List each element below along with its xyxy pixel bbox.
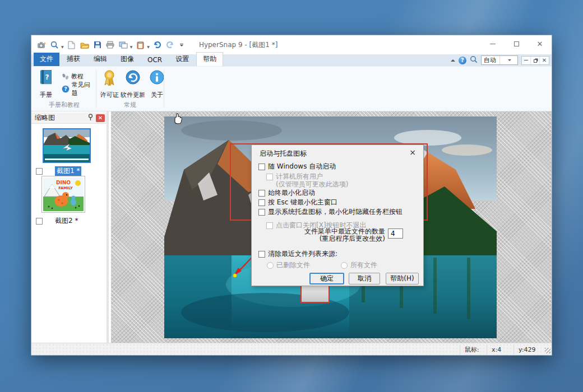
- tab-ocr[interactable]: OCR: [141, 54, 168, 66]
- quick-access-toolbar: ▼ ▼ ▼: [36, 39, 184, 50]
- image-canvas[interactable]: 启动与托盘图标 × 随 Windows 自动启动 计算机所有用户 (仅管理员可更…: [111, 111, 552, 344]
- mdi-close-button[interactable]: ✕: [540, 57, 549, 64]
- window-title: HyperSnap 9 - [截图1 *]: [199, 40, 277, 50]
- ribbon-group-general: 许可证 软件更新 关于 常规: [97, 67, 163, 110]
- checkbox-box[interactable]: [258, 190, 265, 197]
- mdi-restore-button[interactable]: [531, 57, 540, 64]
- mouse-y-value: y:429: [513, 344, 543, 354]
- new-file-button[interactable]: [66, 39, 77, 50]
- thumbnail-1-label[interactable]: 截图1 *: [55, 166, 81, 176]
- capture-mode-dropdown[interactable]: 自动: [481, 55, 518, 65]
- manual-button[interactable]: ? 手册: [34, 69, 58, 99]
- tab-edit[interactable]: 编辑: [87, 53, 113, 66]
- radio-all-files: 所有文件: [341, 260, 377, 270]
- panel-close-icon[interactable]: ✕: [96, 114, 105, 122]
- tutorial-button[interactable]: 教程: [62, 71, 84, 81]
- tab-image[interactable]: 图像: [114, 53, 140, 66]
- faq-button[interactable]: ? 常见问题: [62, 84, 96, 94]
- thumbnail-panel-header: 缩略图 ✕: [31, 113, 107, 124]
- checkbox-tray-icon[interactable]: 显示系统托盘图标，最小化时隐藏任务栏按钮: [258, 207, 402, 217]
- checkbox-box[interactable]: [258, 164, 265, 170]
- dialog-close-icon[interactable]: ×: [408, 147, 418, 157]
- search-icon[interactable]: [470, 55, 478, 66]
- dropdown-arrow-icon[interactable]: [499, 56, 518, 64]
- paste-button[interactable]: [135, 39, 146, 50]
- checkbox-esc-minimize[interactable]: 按 Esc 键最小化主窗口: [258, 198, 337, 207]
- close-button[interactable]: ✕: [528, 35, 552, 52]
- ok-button[interactable]: 确定: [309, 273, 344, 284]
- checkbox-clear-recent[interactable]: 清除最近文件列表来源:: [258, 249, 337, 259]
- mdi-window-controls: ✕: [521, 56, 549, 65]
- footprints-icon: [62, 73, 69, 80]
- group-separator: [96, 70, 96, 107]
- checkbox-box[interactable]: [258, 251, 265, 258]
- thumb2-text-dino: DINO: [56, 180, 71, 185]
- thumbnail-2-image[interactable]: DINO FAMILY: [41, 176, 85, 213]
- checkbox-start-minimized[interactable]: 始终最小化启动: [258, 188, 315, 198]
- capture-mode-value: 自动: [482, 56, 499, 64]
- mdi-minimize-button[interactable]: [522, 57, 531, 64]
- minimize-button[interactable]: [481, 35, 505, 52]
- ribbon-tab-bar: 文件 捕获 编辑 图像 OCR 设置 帮助 ? 自动 ✕: [31, 54, 552, 67]
- captured-gray-box: [300, 285, 330, 303]
- radio-circle: [341, 262, 348, 269]
- tab-capture[interactable]: 捕获: [61, 53, 86, 66]
- help-icon[interactable]: ?: [459, 57, 466, 64]
- recent-files-note: (重启程序后更改生效): [285, 235, 385, 242]
- window-capture-dropdown-arrow[interactable]: ▼: [130, 45, 133, 49]
- print-button[interactable]: [105, 39, 116, 50]
- hand-cursor-icon: [172, 113, 184, 126]
- checkbox-box[interactable]: [258, 209, 265, 216]
- undo-button[interactable]: [152, 39, 163, 50]
- tab-help[interactable]: 帮助: [196, 52, 223, 66]
- checkbox-label: 显示系统托盘图标，最小化时隐藏任务栏按钮: [268, 207, 402, 217]
- ribbon-help-panel: ? 手册 教程 ? 常见问题 手册和教程 许可证: [31, 67, 552, 111]
- thumbnail-2-row: 截图2 *: [36, 216, 78, 226]
- thumbnail-1-image[interactable]: [43, 128, 91, 163]
- radio-label: 已删除文件: [276, 260, 310, 270]
- group-label-general: 常规: [97, 101, 163, 109]
- open-file-button[interactable]: [79, 39, 90, 50]
- window-controls: ✕: [481, 35, 552, 52]
- thumbnail-2-label[interactable]: 截图2 *: [55, 216, 78, 226]
- titlebar: ▼ ▼ ▼: [31, 35, 552, 54]
- desktop-wallpaper: ▼ ▼ ▼: [0, 0, 583, 392]
- zoom-dropdown-arrow[interactable]: ▼: [61, 45, 64, 49]
- pin-icon[interactable]: [87, 113, 94, 123]
- checkbox-box[interactable]: [258, 199, 265, 206]
- svg-text:?: ?: [64, 86, 67, 92]
- resize-grip[interactable]: [545, 348, 550, 353]
- group-label-manual: 手册和教程: [33, 101, 96, 109]
- checkbox-autostart[interactable]: 随 Windows 自动启动: [258, 162, 336, 171]
- status-bar: 鼠标: x:4 y:429: [31, 343, 552, 355]
- save-button[interactable]: [92, 39, 103, 50]
- checkbox-box-disabled: [266, 174, 273, 180]
- help-button[interactable]: 帮助(H): [386, 273, 419, 284]
- recent-files-count-input[interactable]: [388, 228, 403, 239]
- thumbnail-panel-title: 缩略图: [35, 113, 87, 123]
- radio-circle: [267, 262, 274, 269]
- collapse-ribbon-icon[interactable]: [451, 59, 455, 62]
- radio-label: 所有文件: [350, 260, 377, 270]
- maximize-button[interactable]: [505, 35, 528, 52]
- dialog-title: 启动与托盘图标: [260, 149, 307, 158]
- thumbnail-panel: 缩略图 ✕: [31, 111, 109, 344]
- tab-settings[interactable]: 设置: [169, 53, 195, 66]
- medal-icon: [101, 69, 117, 87]
- svg-text:?: ?: [45, 73, 49, 81]
- thumbnail-2-checkbox[interactable]: [36, 218, 43, 225]
- radio-deleted-files: 已删除文件: [267, 260, 310, 270]
- update-button[interactable]: 软件更新: [118, 69, 147, 99]
- tab-file[interactable]: 文件: [34, 53, 59, 66]
- zoom-tool-button[interactable]: [49, 39, 60, 50]
- manual-label: 手册: [34, 91, 58, 99]
- customize-qat-icon[interactable]: [179, 40, 184, 49]
- window-capture-button[interactable]: [118, 39, 129, 50]
- thumbnail-1-checkbox[interactable]: [36, 168, 43, 175]
- thumbnail-1-row: 截图1 *: [36, 166, 81, 176]
- paste-dropdown-arrow[interactable]: ▼: [147, 45, 150, 49]
- redo-button[interactable]: [165, 39, 176, 50]
- mouse-x-value: x:4: [487, 344, 513, 354]
- cancel-button[interactable]: 取消: [349, 273, 380, 284]
- group-separator: [164, 70, 164, 107]
